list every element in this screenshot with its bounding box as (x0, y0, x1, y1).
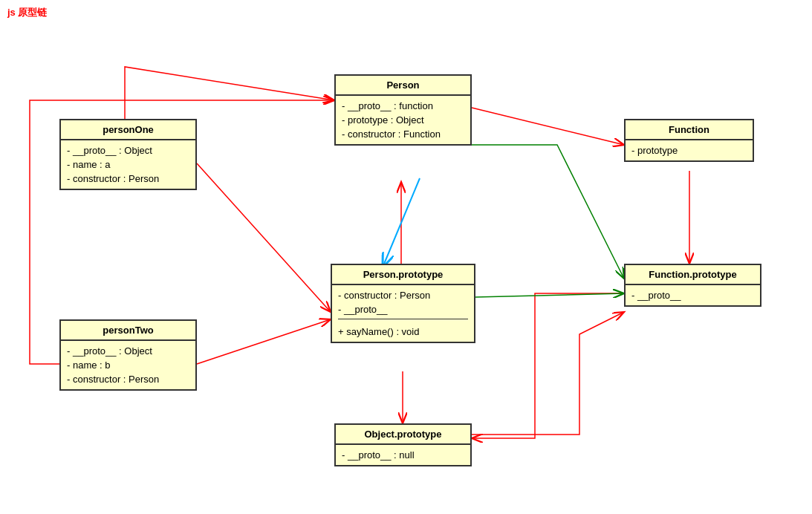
box-person-two-header: personTwo (61, 321, 195, 341)
person-one-field-3: - constructor : Person (67, 172, 189, 186)
page-title: js 原型链 (7, 6, 47, 19)
box-person-body: - __proto__ : function - prototype : Obj… (336, 96, 470, 144)
box-function-header: Function (626, 120, 753, 140)
box-person-one-body: - __proto__ : Object - name : a - constr… (61, 140, 195, 189)
box-object-prototype: Object.prototype - __proto__ : null (334, 423, 472, 466)
box-person-two-body: - __proto__ : Object - name : b - constr… (61, 341, 195, 389)
box-function-prototype-header: Function.prototype (626, 265, 760, 285)
op-field-1: - __proto__ : null (342, 448, 464, 462)
box-person-prototype: Person.prototype - constructor : Person … (331, 264, 475, 343)
box-function-prototype: Function.prototype - __proto__ (624, 264, 761, 307)
person-two-field-3: - constructor : Person (67, 372, 189, 386)
pp-field-2: - __proto__ (338, 302, 468, 316)
person-two-field-1: - __proto__ : Object (67, 344, 189, 358)
box-object-prototype-body: - __proto__ : null (336, 445, 470, 465)
pp-field-1: - constructor : Person (338, 288, 468, 302)
box-person-one-header: personOne (61, 120, 195, 140)
person-two-field-2: - name : b (67, 358, 189, 372)
person-field-2: - prototype : Object (342, 113, 464, 127)
pp-divider (338, 319, 468, 322)
box-person: Person - __proto__ : function - prototyp… (334, 74, 472, 146)
box-function-body: - prototype (626, 140, 753, 160)
box-person-header: Person (336, 76, 470, 96)
box-object-prototype-header: Object.prototype (336, 425, 470, 445)
person-one-field-1: - __proto__ : Object (67, 143, 189, 157)
pp-field-3: + sayName() : void (338, 325, 468, 339)
box-person-two: personTwo - __proto__ : Object - name : … (59, 319, 197, 391)
box-person-one: personOne - __proto__ : Object - name : … (59, 119, 197, 190)
box-person-prototype-body: - constructor : Person - __proto__ + say… (332, 285, 474, 342)
box-function: Function - prototype (624, 119, 754, 162)
person-field-3: - constructor : Function (342, 127, 464, 141)
person-field-1: - __proto__ : function (342, 99, 464, 113)
f-field-1: - prototype (631, 143, 747, 157)
box-person-prototype-header: Person.prototype (332, 265, 474, 285)
box-function-prototype-body: - __proto__ (626, 285, 760, 305)
fp-field-1: - __proto__ (631, 288, 754, 302)
person-one-field-2: - name : a (67, 157, 189, 172)
